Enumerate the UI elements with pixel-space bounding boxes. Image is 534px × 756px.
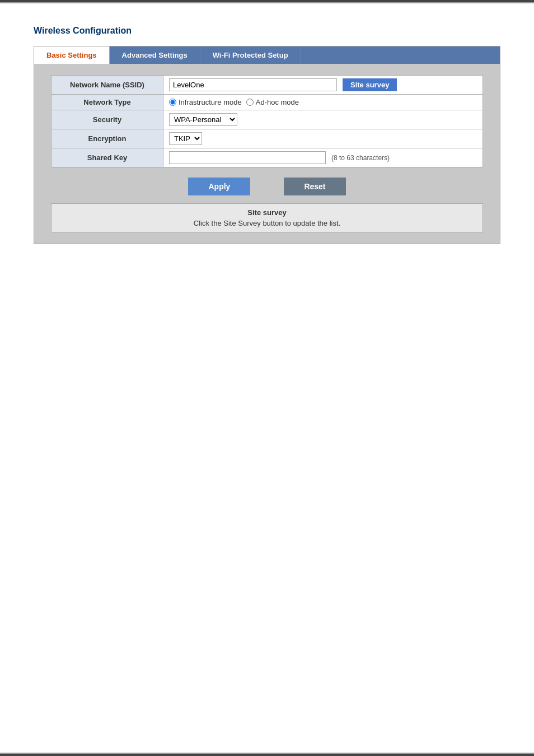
shared-key-label: Shared Key	[51, 148, 163, 167]
page-title: Wireless Configuration	[34, 26, 500, 36]
apply-button[interactable]: Apply	[188, 178, 250, 195]
shared-key-input[interactable]	[169, 151, 326, 164]
ssid-input[interactable]	[169, 78, 337, 91]
network-type-radio-group: Infrastructure mode Ad-hoc mode	[169, 98, 477, 106]
shared-key-value-cell: (8 to 63 characters)	[163, 148, 483, 167]
main-panel: Basic Settings Advanced Settings Wi-Fi P…	[34, 46, 500, 244]
network-name-value-cell: Site survey	[163, 76, 483, 95]
bottom-spacer	[34, 244, 500, 412]
encryption-label: Encryption	[51, 129, 163, 148]
encryption-row: Encryption TKIP AES	[51, 129, 483, 148]
key-hint: (8 to 63 characters)	[331, 154, 390, 162]
infrastructure-mode-label[interactable]: Infrastructure mode	[169, 98, 242, 106]
ssid-row: Site survey	[169, 78, 477, 91]
security-select[interactable]: WPA-Personal WPA2-Personal WEP None	[169, 113, 237, 126]
network-name-row: Network Name (SSID) Site survey	[51, 76, 483, 95]
network-type-value-cell: Infrastructure mode Ad-hoc mode	[163, 95, 483, 110]
site-survey-info-title: Site survey	[57, 208, 477, 217]
tab-advanced-settings[interactable]: Advanced Settings	[110, 46, 200, 64]
site-survey-info-panel: Site survey Click the Site Survey button…	[51, 203, 483, 232]
site-survey-button[interactable]: Site survey	[343, 78, 397, 91]
tab-bar: Basic Settings Advanced Settings Wi-Fi P…	[34, 46, 500, 64]
encryption-value-cell: TKIP AES	[163, 129, 483, 148]
encryption-select[interactable]: TKIP AES	[169, 132, 202, 145]
network-type-label: Network Type	[51, 95, 163, 110]
reset-button[interactable]: Reset	[284, 178, 345, 195]
security-value-cell: WPA-Personal WPA2-Personal WEP None	[163, 110, 483, 129]
site-survey-info-text: Click the Site Survey button to update t…	[57, 219, 477, 227]
adhoc-mode-radio[interactable]	[246, 99, 254, 106]
bottom-border	[0, 753, 534, 756]
adhoc-mode-text: Ad-hoc mode	[256, 98, 299, 106]
infrastructure-mode-radio[interactable]	[169, 99, 176, 106]
security-label: Security	[51, 110, 163, 129]
tab-basic-settings[interactable]: Basic Settings	[34, 46, 110, 64]
network-name-label: Network Name (SSID)	[51, 76, 163, 95]
shared-key-input-row: (8 to 63 characters)	[169, 151, 477, 164]
infrastructure-mode-text: Infrastructure mode	[179, 98, 242, 106]
page-content: Wireless Configuration Basic Settings Ad…	[0, 3, 534, 446]
adhoc-mode-label[interactable]: Ad-hoc mode	[246, 98, 299, 106]
shared-key-row: Shared Key (8 to 63 characters)	[51, 148, 483, 167]
network-type-row: Network Type Infrastructure mode Ad-hoc …	[51, 95, 483, 110]
tab-content: Network Name (SSID) Site survey Network …	[34, 64, 500, 244]
settings-table: Network Name (SSID) Site survey Network …	[51, 75, 483, 167]
tab-wps[interactable]: Wi-Fi Protected Setup	[200, 46, 301, 64]
action-buttons: Apply Reset	[51, 167, 483, 203]
security-row: Security WPA-Personal WPA2-Personal WEP …	[51, 110, 483, 129]
